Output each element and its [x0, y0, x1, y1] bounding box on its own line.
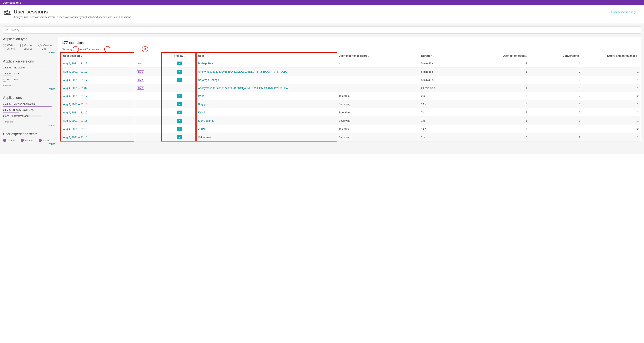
- app-type-item[interactable]: Web75.3 %: [3, 44, 14, 50]
- user-link[interactable]: Bugojno: [198, 103, 208, 106]
- replay-button[interactable]: [177, 94, 182, 98]
- user-link[interactable]: Saratoga Springs: [198, 78, 219, 81]
- replay-button[interactable]: [177, 127, 182, 131]
- session-timestamp-link[interactable]: Aug 4, 2021 – 21:17: [63, 70, 87, 73]
- col-user[interactable]: User♦: [196, 52, 337, 59]
- table-row: Aug 4, 2021 – 21:16BugojnoSatisfying14 s…: [62, 100, 640, 108]
- user-link[interactable]: Anonymous (1628103723998JA2NOQAJNHTJ22HG…: [198, 86, 288, 90]
- user-link[interactable]: Paris: [198, 94, 204, 97]
- more-versions[interactable]: + 6 more: [3, 84, 55, 87]
- session-timestamp-link[interactable]: Aug 4, 2021 – 21:16: [63, 103, 87, 106]
- code-icon: </>: [38, 44, 42, 47]
- replay-button[interactable]: [177, 119, 182, 123]
- view-link[interactable]: view: [3, 142, 55, 145]
- sessions-count-title: 477 sessions: [62, 40, 640, 45]
- ux-score-item[interactable]: 60.8 %: [21, 139, 33, 142]
- app-type-item[interactable]: </>Custom0 %: [38, 44, 52, 50]
- view-link[interactable]: view: [3, 87, 55, 90]
- session-timestamp-link[interactable]: Aug 4, 2021 – 21:16: [63, 119, 87, 122]
- session-timestamp-link[interactable]: Aug 4, 2021 – 21:16: [63, 111, 87, 114]
- session-timestamp-link[interactable]: Aug 4, 2021 – 21:17: [63, 78, 87, 81]
- session-timestamp-link[interactable]: Aug 4, 2021 – 21:15: [63, 136, 87, 139]
- version-item[interactable]: 12.3 %7.9.8: [3, 72, 55, 76]
- col-user-action-count[interactable]: User action count♦: [475, 52, 528, 59]
- live-badge: LIVE: [137, 86, 144, 90]
- table-row: Aug 4, 2021 – 21:15ZurichTolerable14 s79…: [62, 125, 640, 133]
- filter-input[interactable]: [10, 28, 638, 31]
- view-link[interactable]: view: [3, 124, 55, 127]
- face-icon: [21, 139, 24, 142]
- face-icon: [3, 139, 6, 142]
- application-item[interactable]: 75.3 %My web application: [3, 102, 55, 106]
- user-sessions-query-button[interactable]: User sessions query: [608, 9, 640, 15]
- replay-button[interactable]: [177, 111, 182, 114]
- ux-score-item[interactable]: 29.8 %: [3, 139, 15, 142]
- errors-cell: 1: [582, 100, 640, 108]
- mobile-icon: [20, 44, 22, 47]
- ux-cell: Satisfying: [337, 133, 420, 141]
- version-item[interactable]: 3.7 %3.5.4: [3, 78, 55, 82]
- facet-applications: Applications 75.3 %My web application24.…: [3, 96, 55, 127]
- ux-pct: 29.8 %: [7, 139, 15, 142]
- svg-point-1: [4, 11, 6, 13]
- view-link[interactable]: view: [3, 51, 55, 54]
- col-replay[interactable]: Replay♦: [162, 52, 196, 59]
- user-link[interactable]: Kabul: [198, 111, 205, 114]
- filter-bar[interactable]: [3, 26, 641, 34]
- application-label: easytravel-ang xxxxxx xxx: [12, 114, 41, 117]
- app-type-pct: 24.7 %: [24, 47, 32, 50]
- conversions-cell: 0: [528, 84, 582, 92]
- session-timestamp-link[interactable]: Aug 4, 2021 – 21:02: [63, 86, 87, 90]
- play-icon: [179, 136, 180, 138]
- session-timestamp-link[interactable]: Aug 4, 2021 – 21:17: [63, 62, 87, 65]
- col-errors[interactable]: Errors and annoyances♦: [582, 52, 640, 59]
- app-icon: [14, 109, 16, 111]
- session-timestamp-link[interactable]: Aug 4, 2021 – 21:17: [63, 94, 87, 97]
- session-timestamp-link[interactable]: Aug 4, 2021 – 21:15: [63, 127, 87, 131]
- play-icon: [179, 95, 180, 97]
- more-applications[interactable]: + 9 more: [3, 120, 55, 123]
- col-user-session[interactable]: User session▼: [62, 52, 134, 59]
- version-item[interactable]: 75.3 %(no value): [3, 66, 55, 70]
- version-label: 3.5.4: [12, 78, 18, 81]
- errors-cell: 1: [582, 117, 640, 125]
- app-type-item[interactable]: Mobile24.7 %: [20, 44, 32, 50]
- ux-cell: Satisfying: [337, 100, 420, 108]
- table-row: Aug 4, 2021 – 21:02LIVE-Anonymous (16281…: [62, 84, 640, 92]
- app-type-pct: 0 %: [42, 47, 46, 50]
- facet-title: Applications: [3, 96, 55, 100]
- conversions-cell: 1: [528, 117, 582, 125]
- replay-button[interactable]: [177, 70, 182, 74]
- user-link[interactable]: Valparaiso: [198, 136, 211, 139]
- table-row: Aug 4, 2021 – 21:15ValparaisoSatisfying2…: [62, 133, 640, 141]
- app-type-pct: 75.3 %: [7, 47, 14, 50]
- table-wrap: 1 2 3 User session▼ Replay♦ User♦ User e…: [62, 52, 640, 141]
- replay-button[interactable]: [177, 78, 182, 82]
- ux-score-item[interactable]: 9.4 %: [39, 139, 49, 142]
- replay-button[interactable]: [177, 102, 182, 106]
- svg-point-2: [9, 11, 10, 13]
- application-item[interactable]: 0.1 %easytravel-ang xxxxxx xxx: [3, 114, 55, 118]
- uac-cell: 7: [475, 108, 528, 117]
- conversions-cell: 7: [528, 108, 582, 117]
- user-link[interactable]: Bodega Bay: [198, 62, 213, 65]
- facet-application-type: Application type Web75.3 %Mobile24.7 %</…: [3, 37, 55, 54]
- user-link[interactable]: Zurich: [198, 127, 206, 131]
- replay-button[interactable]: [177, 135, 182, 139]
- col-ux-score[interactable]: User experience score♦: [337, 52, 420, 59]
- ux-cell: Tolerable: [337, 108, 420, 117]
- body: Application type Web75.3 %Mobile24.7 %</…: [0, 23, 644, 154]
- play-icon: [179, 128, 180, 130]
- app-type-label: Mobile: [24, 44, 32, 47]
- replay-button[interactable]: [177, 61, 182, 65]
- play-icon: [179, 79, 180, 81]
- user-link[interactable]: Sierra Blanca: [198, 119, 214, 122]
- col-conversions[interactable]: Conversions♦: [528, 52, 582, 59]
- app-type-label: Web: [7, 44, 13, 47]
- col-duration[interactable]: Duration♦: [420, 52, 475, 59]
- uac-cell: 1: [475, 84, 528, 92]
- application-item[interactable]: 24.6 %easyTravel CWS: [3, 108, 55, 112]
- version-label: (no value): [14, 66, 24, 69]
- conversions-cell: 2: [528, 133, 582, 141]
- user-link[interactable]: Anonymous (16281046556048OOKAE004B11FT8P…: [198, 70, 288, 73]
